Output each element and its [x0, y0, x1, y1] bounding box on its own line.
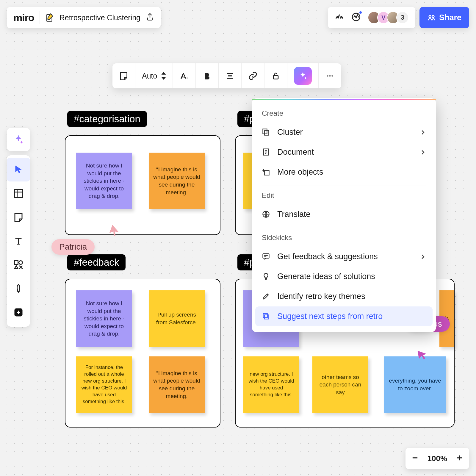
ai-button[interactable]: [287, 63, 319, 88]
menu-item-label: Document: [277, 148, 314, 157]
panel-heading: Edit: [255, 190, 433, 204]
ai-dropdown-panel: Create Cluster Document More objects Edi…: [252, 98, 436, 332]
sticky-note[interactable]: Not sure how I would put the stickies in…: [76, 153, 132, 209]
menu-item-cluster[interactable]: Cluster: [255, 122, 433, 142]
pen-tool[interactable]: [7, 277, 30, 300]
menu-item-label: Identify retro key themes: [277, 292, 365, 301]
tool-panel: [7, 155, 30, 327]
board-title[interactable]: Retrospective Clustering: [60, 13, 140, 22]
copy-icon: [262, 312, 271, 321]
sticky-note[interactable]: new org structure. I wish the CEO would …: [243, 356, 299, 413]
svg-point-2: [429, 15, 431, 18]
board-icon[interactable]: [45, 13, 54, 22]
sticky-note[interactable]: “I imagine this is what people would see…: [149, 153, 205, 209]
menu-item-document[interactable]: Document: [255, 142, 433, 162]
shapes-tool[interactable]: [7, 253, 30, 277]
svg-rect-5: [15, 261, 18, 264]
menu-item-next-steps[interactable]: Suggest next steps from retro: [255, 306, 433, 326]
menu-item-translate[interactable]: Translate: [255, 204, 433, 224]
zoom-in-button[interactable]: [455, 454, 464, 463]
svg-rect-18: [263, 253, 269, 258]
menu-item-label: More objects: [277, 167, 323, 177]
menu-item-feedback[interactable]: Get feedback & suggestions: [255, 247, 433, 267]
avatar-overflow-count[interactable]: 3: [396, 11, 409, 24]
cluster-icon: [262, 128, 271, 137]
svg-point-12: [332, 75, 333, 76]
sticky-note[interactable]: “I imagine this is what people would see…: [149, 356, 205, 413]
svg-rect-16: [264, 170, 269, 175]
bold-button[interactable]: [196, 63, 219, 88]
menu-item-label: Translate: [277, 210, 311, 219]
stepper-icon[interactable]: [161, 72, 166, 80]
lightbulb-icon: [262, 272, 271, 281]
note-type-button[interactable]: [112, 63, 135, 88]
share-button[interactable]: Share: [419, 7, 469, 28]
topbar-left: miro Retrospective Clustering: [7, 7, 161, 28]
frame-tool[interactable]: [7, 181, 30, 205]
format-toolbar: Auto a: [112, 63, 341, 88]
chat-icon: [262, 252, 271, 261]
topbar-right: V 3 Share: [328, 7, 469, 28]
menu-item-more-objects[interactable]: More objects: [255, 162, 433, 182]
sticky-note[interactable]: Pull up screens from Salesforce.: [149, 290, 205, 347]
collaborator-label: Patricia: [51, 239, 95, 255]
avatar-stack[interactable]: V 3: [368, 11, 409, 24]
chevron-right-icon: [419, 253, 426, 260]
panel-heading: Sidekicks: [255, 232, 433, 247]
collaborator-cursor: Patricia: [51, 226, 95, 255]
font-button[interactable]: a: [173, 63, 196, 88]
svg-rect-4: [15, 190, 23, 198]
share-label: Share: [439, 13, 461, 22]
menu-item-label: Cluster: [277, 128, 303, 137]
add-tool[interactable]: [7, 300, 30, 324]
menu-item-themes[interactable]: Identify retro key themes: [255, 286, 433, 306]
chevron-right-icon: [419, 129, 426, 136]
svg-text:a: a: [186, 75, 188, 80]
size-mode-control[interactable]: Auto: [135, 63, 173, 88]
divider: [262, 186, 426, 186]
svg-point-3: [432, 15, 434, 18]
notification-dot: [359, 11, 362, 14]
sticky-note[interactable]: Not sure how I would put the stickies in…: [76, 290, 132, 347]
lock-button[interactable]: [264, 63, 287, 88]
svg-point-10: [327, 75, 328, 76]
svg-rect-19: [264, 315, 269, 319]
divider: [40, 11, 40, 24]
collab-box: V 3: [328, 7, 415, 28]
more-button[interactable]: [319, 63, 341, 88]
sticky-note[interactable]: everything, you have to zoom over.: [384, 356, 446, 413]
cluster-tag[interactable]: #feedback: [67, 254, 126, 270]
sticky-tool[interactable]: [7, 205, 30, 229]
divider: [262, 228, 426, 228]
menu-item-label: Generate ideas of solutions: [277, 272, 375, 281]
zoom-level[interactable]: 100%: [428, 454, 447, 463]
svg-rect-14: [264, 130, 269, 135]
activity-icon[interactable]: [351, 12, 361, 23]
menu-item-label: Suggest next steps from retro: [277, 312, 383, 321]
zoom-control: 100%: [405, 448, 469, 469]
sticky-note[interactable]: other teams so each person can say: [312, 356, 368, 413]
link-button[interactable]: [242, 63, 264, 88]
align-button[interactable]: [219, 63, 242, 88]
select-tool[interactable]: [7, 158, 30, 181]
chevron-right-icon: [419, 149, 426, 156]
sticky-note[interactable]: For instance, the rolled out a whole new…: [76, 356, 132, 413]
cluster-tag[interactable]: #categorisation: [67, 111, 147, 127]
globe-icon: [262, 210, 271, 219]
zoom-out-button[interactable]: [411, 454, 419, 463]
panel-heading: Create: [255, 107, 433, 122]
svg-point-6: [19, 261, 23, 264]
left-toolbar: [7, 128, 30, 327]
ai-assist-button[interactable]: [7, 128, 30, 151]
svg-rect-20: [263, 313, 267, 317]
menu-item-ideas[interactable]: Generate ideas of solutions: [255, 267, 433, 286]
text-tool[interactable]: [7, 229, 30, 253]
size-mode-label: Auto: [142, 72, 157, 80]
svg-rect-9: [273, 76, 278, 79]
music-icon[interactable]: [334, 12, 345, 23]
app-logo[interactable]: miro: [13, 12, 34, 24]
add-object-icon: [262, 168, 271, 177]
svg-point-11: [329, 75, 331, 76]
document-icon: [262, 148, 271, 157]
export-icon[interactable]: [146, 13, 154, 22]
